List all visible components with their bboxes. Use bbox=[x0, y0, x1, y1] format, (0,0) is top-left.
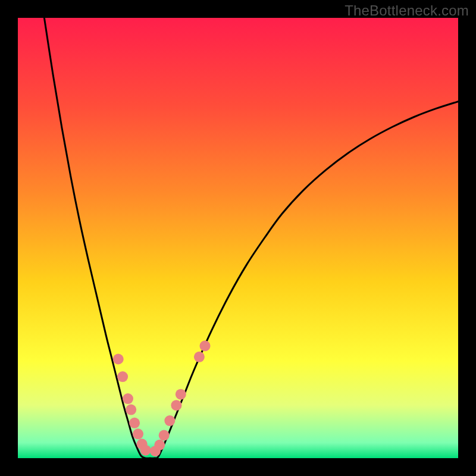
scatter-point bbox=[164, 415, 175, 426]
scatter-point bbox=[129, 418, 140, 428]
scatter-point bbox=[194, 352, 205, 362]
bottleneck-chart bbox=[18, 18, 458, 458]
scatter-point bbox=[123, 393, 133, 404]
plot-container bbox=[18, 18, 458, 458]
scatter-point bbox=[176, 389, 186, 400]
scatter-point bbox=[140, 445, 151, 456]
app-frame: TheBottleneck.com bbox=[0, 0, 476, 476]
scatter-point bbox=[126, 405, 136, 415]
watermark-label: TheBottleneck.com bbox=[345, 2, 469, 19]
scatter-point bbox=[171, 400, 181, 411]
scatter-point bbox=[159, 430, 170, 441]
scatter-point bbox=[133, 428, 143, 439]
scatter-point bbox=[113, 354, 124, 365]
scatter-point bbox=[200, 340, 211, 351]
scatter-point bbox=[117, 371, 128, 382]
scatter-point bbox=[154, 440, 165, 450]
